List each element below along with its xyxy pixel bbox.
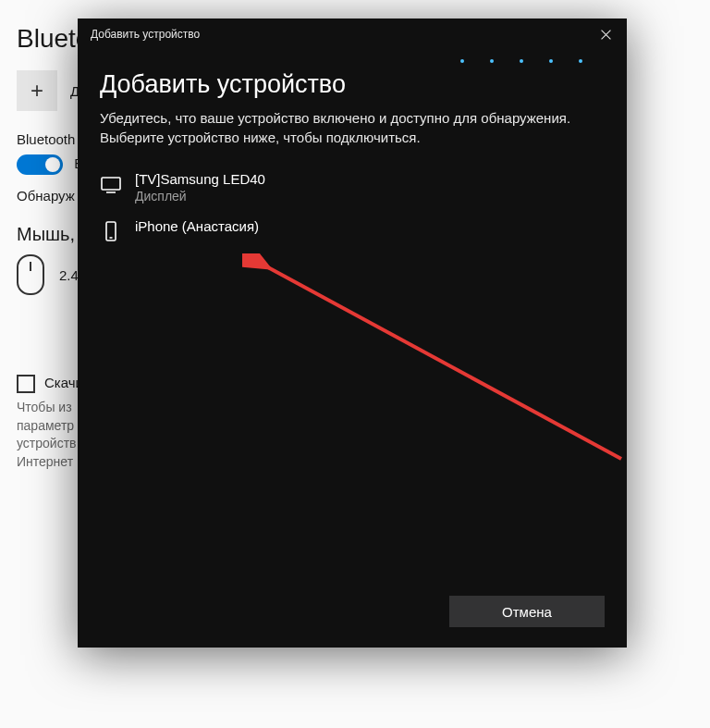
dialog-subtext: Убедитесь, что ваше устройство включено … — [100, 108, 605, 147]
add-device-dialog: Добавить устройство Добавить устройство … — [78, 19, 627, 648]
dialog-heading: Добавить устройство — [100, 70, 605, 99]
dialog-titlebar-text: Добавить устройство — [91, 28, 200, 41]
plus-icon: + — [17, 70, 57, 111]
close-icon — [601, 30, 611, 40]
svg-rect-0 — [102, 178, 120, 190]
progress-dots — [100, 56, 605, 65]
download-checkbox[interactable] — [17, 375, 35, 393]
cancel-button[interactable]: Отмена — [449, 596, 605, 627]
device-type: Дисплей — [135, 189, 265, 204]
device-item-tv[interactable]: [TV]Samsung LED40 Дисплей — [100, 164, 605, 211]
device-item-iphone[interactable]: iPhone (Анастасия) — [100, 211, 605, 250]
device-list: [TV]Samsung LED40 Дисплей iPhone (Анаста… — [100, 164, 605, 250]
mouse-device-label: 2.4 — [59, 267, 79, 283]
phone-icon — [100, 220, 122, 242]
mouse-icon — [17, 254, 44, 295]
close-button[interactable] — [584, 19, 627, 50]
device-name: iPhone (Анастасия) — [135, 218, 259, 234]
device-name: [TV]Samsung LED40 — [135, 171, 265, 187]
display-icon — [100, 173, 122, 195]
bluetooth-toggle[interactable] — [17, 154, 63, 175]
dialog-titlebar: Добавить устройство — [78, 19, 627, 50]
